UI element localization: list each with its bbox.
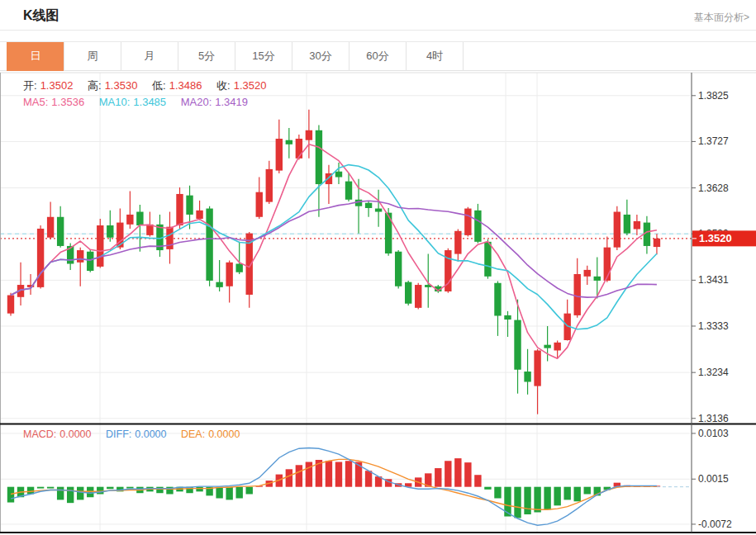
tab-周[interactable]: 周 bbox=[64, 42, 121, 71]
macd-bar bbox=[7, 487, 14, 503]
tab-60分[interactable]: 60分 bbox=[349, 42, 407, 71]
candle-body bbox=[266, 169, 273, 202]
macd-bar bbox=[514, 487, 521, 518]
macd-bar bbox=[335, 462, 342, 487]
candle-body bbox=[37, 229, 44, 287]
candle bbox=[57, 206, 64, 248]
candle-body bbox=[176, 194, 183, 225]
candle bbox=[47, 202, 54, 239]
tab-日[interactable]: 日 bbox=[7, 42, 64, 71]
macd-bar bbox=[47, 487, 54, 489]
macd-bar bbox=[494, 487, 501, 499]
macd-bar bbox=[524, 487, 530, 514]
candle-body bbox=[574, 274, 581, 315]
candle-body bbox=[395, 252, 402, 286]
candle-body bbox=[47, 217, 54, 238]
candle bbox=[286, 128, 292, 159]
candle bbox=[226, 261, 232, 303]
candle bbox=[7, 293, 14, 316]
tab-5分[interactable]: 5分 bbox=[178, 42, 235, 71]
candles bbox=[7, 110, 660, 414]
candle-body bbox=[654, 239, 660, 247]
tab-月[interactable]: 月 bbox=[121, 42, 178, 71]
candle-body bbox=[7, 296, 14, 314]
tick-label: -0.0072 bbox=[698, 518, 732, 530]
candle-body bbox=[126, 215, 133, 225]
tab-15分[interactable]: 15分 bbox=[235, 42, 292, 71]
tick-label: 1.3234 bbox=[698, 367, 729, 378]
candle-body bbox=[316, 130, 322, 184]
tick-label: 0.0103 bbox=[698, 428, 729, 439]
ma20-value: 1.3419 bbox=[215, 96, 248, 108]
candle bbox=[37, 225, 44, 289]
candle bbox=[335, 163, 342, 184]
candle bbox=[415, 283, 421, 310]
candle-body bbox=[345, 182, 352, 200]
high-label: 高: bbox=[88, 79, 102, 92]
macd-bar bbox=[97, 487, 103, 495]
candle-body bbox=[544, 345, 550, 348]
candle-body bbox=[405, 282, 411, 304]
macd-bar bbox=[474, 475, 481, 486]
candle-body bbox=[276, 139, 283, 171]
close-value: 1.3520 bbox=[234, 79, 267, 92]
candle-body bbox=[57, 217, 64, 246]
tab-4时[interactable]: 4时 bbox=[406, 42, 464, 71]
candle bbox=[514, 300, 521, 394]
macd-bar bbox=[57, 487, 64, 500]
diff-line bbox=[11, 448, 657, 526]
macd-bar bbox=[326, 461, 332, 486]
candle bbox=[494, 282, 501, 336]
open-label: 开: bbox=[23, 79, 37, 92]
candle bbox=[644, 216, 650, 254]
candle bbox=[235, 242, 242, 274]
candle-body bbox=[235, 264, 242, 272]
macd-bar bbox=[296, 465, 302, 486]
tick-label: 1.3825 bbox=[698, 90, 729, 102]
macd-label: MACD: bbox=[23, 428, 56, 440]
macd-bar bbox=[226, 487, 232, 500]
candle bbox=[107, 211, 113, 242]
candle-body bbox=[484, 242, 491, 277]
candle-body bbox=[634, 221, 640, 230]
candle-body bbox=[474, 211, 481, 242]
macd-bar bbox=[534, 487, 540, 513]
macd-bar bbox=[126, 487, 133, 489]
fundamental-analysis-link[interactable]: 基本面分析> bbox=[694, 11, 749, 25]
candle bbox=[524, 349, 530, 395]
diff-label: DIFF: bbox=[106, 428, 131, 440]
candle bbox=[97, 219, 103, 268]
ma-legend: MA5:1.3536 MA10:1.3485 MA20:1.3419 bbox=[23, 96, 251, 108]
candle bbox=[464, 207, 471, 237]
candle-body bbox=[464, 209, 471, 235]
macd-bar bbox=[107, 487, 113, 490]
macd-bar bbox=[544, 487, 550, 510]
candle-body bbox=[256, 192, 263, 217]
candle bbox=[146, 212, 153, 237]
macd-bar bbox=[156, 487, 163, 494]
tab-30分[interactable]: 30分 bbox=[292, 42, 349, 71]
candle-body bbox=[454, 231, 461, 254]
ma5-value: 1.3536 bbox=[51, 96, 84, 108]
candle bbox=[634, 215, 640, 235]
candle bbox=[614, 206, 620, 250]
low-value: 1.3486 bbox=[169, 79, 202, 92]
candle bbox=[67, 244, 74, 270]
candle-body bbox=[524, 372, 530, 381]
dea-value: 0.0000 bbox=[208, 428, 240, 440]
price-badge: 1.3520 bbox=[692, 230, 756, 246]
macd-bar bbox=[554, 487, 560, 506]
candle-body bbox=[286, 140, 292, 144]
macd-bar bbox=[246, 487, 253, 495]
candle-body bbox=[97, 225, 103, 267]
ma10-label: MA10: bbox=[99, 96, 131, 108]
candle-body bbox=[624, 215, 630, 234]
ohlc-legend: 开:1.3502 高:1.3530 低:1.3486 收:1.3520 bbox=[23, 78, 269, 93]
candle bbox=[166, 212, 173, 264]
macd-bar bbox=[67, 487, 74, 503]
candle bbox=[126, 192, 133, 229]
candle bbox=[365, 201, 372, 217]
candle-body bbox=[375, 209, 382, 212]
candle bbox=[276, 120, 283, 173]
macd-bar bbox=[365, 471, 372, 486]
